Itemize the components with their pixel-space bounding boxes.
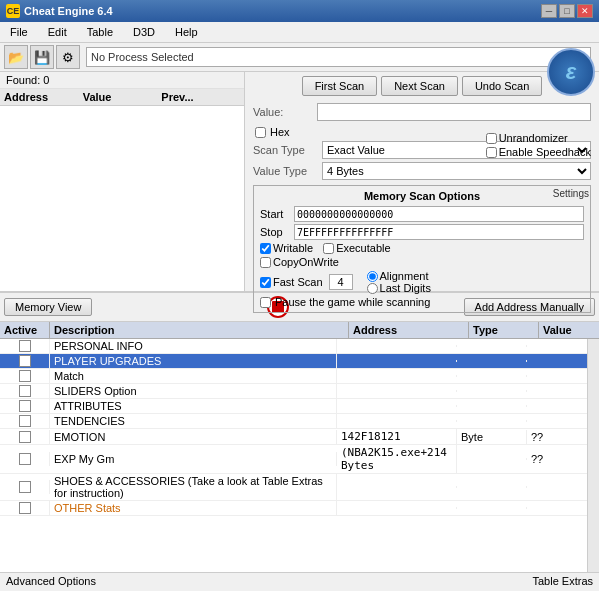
toolbar: 📂 💾 ⚙ No Process Selected ε [0,43,599,72]
th-value: Value [539,322,599,338]
scan-type-label: Scan Type [253,144,318,156]
row-value: ?? [527,430,587,444]
menu-bar: File Edit Table D3D Help [0,22,599,43]
fastscan-label: Fast Scan [273,276,323,288]
table-row[interactable]: EXP My Gm (NBA2K15.exe+214 Bytes ?? [0,445,587,474]
pause-checkbox[interactable] [260,297,271,308]
table-row[interactable]: OTHER Stats [0,501,587,516]
row-checkbox[interactable] [19,340,31,352]
ce-logo: ε [547,48,595,96]
menu-file[interactable]: File [4,24,34,40]
table-row[interactable]: PERSONAL INFO [0,339,587,354]
row-address [337,345,457,347]
executable-label: Executable [336,242,390,254]
row-checkbox[interactable] [19,400,31,412]
th-description: Description [50,322,349,338]
row-description: PERSONAL INFO [50,339,337,353]
copyonwrite-checkbox[interactable] [260,257,271,268]
open-button[interactable]: 📂 [4,45,28,69]
row-address [337,405,457,407]
row-type [457,345,527,347]
row-description: SHOES & ACCESSORIES (Take a look at Tabl… [50,474,337,500]
table-row[interactable]: PLAYER UPGRADES [0,354,587,369]
row-value [527,420,587,422]
speedhack-checkbox[interactable] [486,147,497,158]
row-value [527,375,587,377]
row-type [457,458,527,460]
row-address [337,486,457,488]
process-name: No Process Selected [91,51,194,63]
table-row[interactable]: SHOES & ACCESSORIES (Take a look at Tabl… [0,474,587,501]
alignment-radio[interactable] [367,271,378,282]
table-extras[interactable]: Table Extras [532,575,593,587]
app-icon: CE [6,4,20,18]
menu-edit[interactable]: Edit [42,24,73,40]
stop-address-input[interactable] [294,224,584,240]
writable-checkbox[interactable] [260,243,271,254]
row-checkbox[interactable] [19,370,31,382]
settings-label: Settings [553,188,589,199]
row-description: TENDENCIES [50,414,337,428]
row-value [527,360,587,362]
memory-view-button[interactable]: Memory View [4,298,92,316]
row-type [457,420,527,422]
process-bar[interactable]: No Process Selected [86,47,591,67]
row-value: ?? [527,452,587,466]
row-checkbox[interactable] [19,502,31,514]
minimize-button[interactable]: ─ [541,4,557,18]
executable-checkbox[interactable] [323,243,334,254]
row-checkbox[interactable] [19,431,31,443]
save-button[interactable]: 💾 [30,45,54,69]
row-checkbox[interactable] [19,453,31,465]
row-description: ATTRIBUTES [50,399,337,413]
menu-table[interactable]: Table [81,24,119,40]
table-row[interactable]: SLIDERS Option [0,384,587,399]
undo-scan-button[interactable]: Undo Scan [462,76,542,96]
row-type: Byte [457,430,527,444]
row-type [457,405,527,407]
row-description: EXP My Gm [50,452,337,466]
value-type-label: Value Type [253,165,318,177]
table-row[interactable]: Match [0,369,587,384]
scrollbar[interactable] [587,339,599,572]
memory-scan-title: Memory Scan Options [260,190,584,202]
value-input[interactable] [317,103,591,121]
row-checkbox[interactable] [19,481,31,493]
menu-d3d[interactable]: D3D [127,24,161,40]
fastscan-value-input[interactable] [329,274,353,290]
fastscan-checkbox[interactable] [260,277,271,288]
row-checkbox[interactable] [19,355,31,367]
row-address [337,375,457,377]
lastdigits-radio[interactable] [367,283,378,294]
pause-label: Pause the game while scanning [275,296,430,308]
next-scan-button[interactable]: Next Scan [381,76,458,96]
table-row[interactable]: EMOTION 142F18121 Byte ?? [0,429,587,445]
start-address-input[interactable] [294,206,584,222]
row-type [457,375,527,377]
menu-help[interactable]: Help [169,24,204,40]
row-address: (NBA2K15.exe+214 Bytes [337,445,457,473]
row-description: PLAYER UPGRADES [50,354,337,368]
value-type-select[interactable]: 4 Bytes [322,162,591,180]
found-count: Found: 0 [6,74,49,86]
table-row[interactable]: ATTRIBUTES [0,399,587,414]
settings-button[interactable]: ⚙ [56,45,80,69]
row-checkbox[interactable] [19,415,31,427]
hex-checkbox[interactable] [255,127,266,138]
row-value [527,345,587,347]
stop-label: Stop [260,226,290,238]
row-description: OTHER Stats [50,501,337,515]
advanced-options[interactable]: Advanced Options [6,575,96,587]
row-type [457,390,527,392]
maximize-button[interactable]: □ [559,4,575,18]
row-checkbox[interactable] [19,385,31,397]
row-type [457,507,527,509]
table-row[interactable]: TENDENCIES [0,414,587,429]
close-button[interactable]: ✕ [577,4,593,18]
row-description: Match [50,369,337,383]
th-active: Active [0,322,50,338]
unrandomizer-checkbox[interactable] [486,133,497,144]
row-address [337,420,457,422]
first-scan-button[interactable]: First Scan [302,76,378,96]
alignment-label: Alignment [380,270,429,282]
